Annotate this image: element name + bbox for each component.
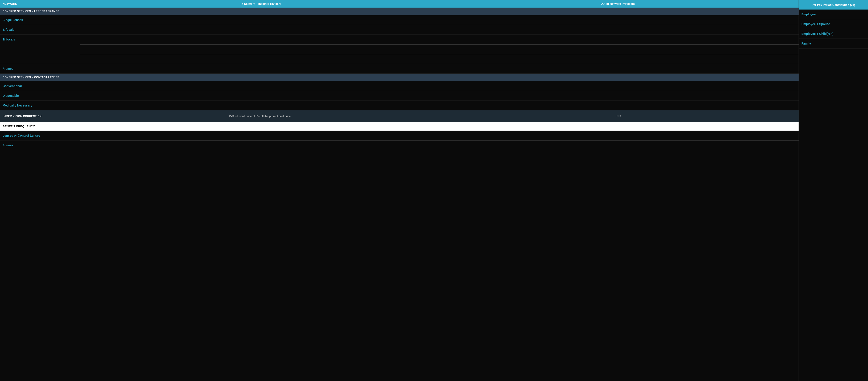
employee-label: Employee xyxy=(801,12,816,16)
bifocals-out-network xyxy=(439,25,799,34)
conventional-label: Conventional xyxy=(0,82,80,90)
lenses-contact-label: Lenses or Contact Lenses xyxy=(0,131,80,139)
contribution-family-row: Family xyxy=(799,39,868,49)
family-label: Family xyxy=(801,42,811,45)
bifocals-in-network xyxy=(80,25,439,34)
table-row: Frames xyxy=(0,141,799,150)
benefit-frequency-header: BENEFIT FREQUENCY xyxy=(0,122,799,131)
contact-lenses-section-header: COVERED SERVICES – CONTACT LENSES xyxy=(0,74,799,81)
table-row: Trifocals xyxy=(0,35,799,45)
out-network-header: Out-of-Network Providers xyxy=(439,2,796,5)
contribution-employee-spouse-row: Employee + Spouse xyxy=(799,19,868,29)
table-row: Single Lenses xyxy=(0,15,799,25)
in-network-header: In-Network – Insight Providers xyxy=(83,2,439,5)
frames-in-network xyxy=(80,64,439,74)
laser-vision-label: LASER VISION CORRECTION xyxy=(0,113,80,120)
table-row xyxy=(0,45,799,54)
frames-freq-label: Frames xyxy=(0,141,80,149)
table-row: Frames xyxy=(0,64,799,74)
disposable-label: Disposable xyxy=(0,92,80,99)
laser-vision-in-network: 15% off retail price of 5% off the promo… xyxy=(80,112,439,120)
empty-row1-in-network xyxy=(80,45,439,54)
empty-row2-in-network xyxy=(80,54,439,64)
contribution-employee-row: Employee xyxy=(799,9,868,19)
medically-necessary-label: Medically Necessary xyxy=(0,101,80,109)
contribution-header: Per Pay Period Contribution (24) xyxy=(799,0,868,9)
trifocals-out-network xyxy=(439,35,799,44)
disposable-in-network xyxy=(80,91,439,100)
conventional-in-network xyxy=(80,81,439,91)
single-lenses-out-network xyxy=(439,15,799,25)
table-row xyxy=(0,54,799,64)
table-row: Lenses or Contact Lenses xyxy=(0,131,799,141)
trifocals-label: Trifocals xyxy=(0,35,80,43)
lenses-frames-section-header: COVERED SERVICES – LENSES / FRAMES xyxy=(0,7,799,15)
lenses-contact-out-network xyxy=(439,131,799,140)
network-header: NETWORK xyxy=(3,2,83,5)
medically-necessary-in-network xyxy=(80,101,439,110)
conventional-out-network xyxy=(439,81,799,91)
single-lenses-label: Single Lenses xyxy=(0,16,80,24)
contribution-employee-children-row: Employee + Child(ren) xyxy=(799,29,868,39)
frames-label: Frames xyxy=(0,65,80,72)
table-row: Conventional xyxy=(0,81,799,91)
empty-row1-label xyxy=(0,47,80,51)
page-container: NETWORK In-Network – Insight Providers O… xyxy=(0,0,868,381)
table-row: Bifocals xyxy=(0,25,799,35)
employee-children-label: Employee + Child(ren) xyxy=(801,32,833,35)
laser-vision-row: LASER VISION CORRECTION 15% off retail p… xyxy=(0,110,799,122)
single-lenses-in-network xyxy=(80,15,439,25)
laser-vision-out-network: N/A xyxy=(439,112,799,120)
frames-out-network xyxy=(439,64,799,74)
bifocals-label: Bifocals xyxy=(0,26,80,34)
empty-row1-out-network xyxy=(439,45,799,54)
disposable-out-network xyxy=(439,91,799,100)
frames-freq-in-network xyxy=(80,141,439,150)
contribution-section: Per Pay Period Contribution (24) Employe… xyxy=(799,0,868,381)
table-header: NETWORK In-Network – Insight Providers O… xyxy=(0,0,799,7)
trifocals-in-network xyxy=(80,35,439,44)
lenses-contact-in-network xyxy=(80,131,439,140)
employee-spouse-label: Employee + Spouse xyxy=(801,22,830,26)
table-row: Medically Necessary xyxy=(0,101,799,110)
table-row: Disposable xyxy=(0,91,799,101)
empty-row2-label xyxy=(0,57,80,61)
medically-necessary-out-network xyxy=(439,101,799,110)
main-table: NETWORK In-Network – Insight Providers O… xyxy=(0,0,799,381)
empty-row2-out-network xyxy=(439,54,799,64)
frames-freq-out-network xyxy=(439,141,799,150)
